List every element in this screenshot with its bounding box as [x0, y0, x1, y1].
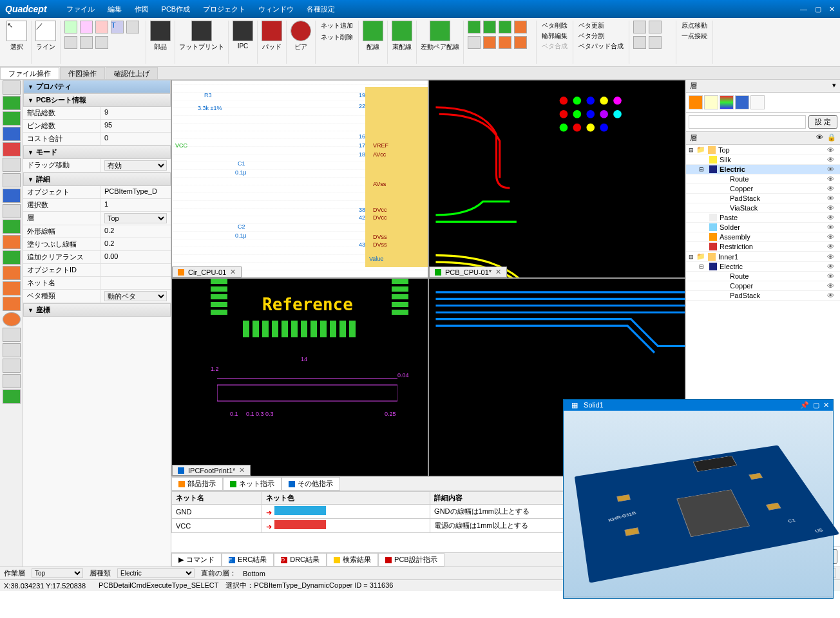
- route-opt6-icon[interactable]: [483, 36, 496, 49]
- drag-mode-select[interactable]: 有効: [104, 160, 167, 171]
- shape-image-icon[interactable]: [95, 36, 108, 49]
- tab-net-instruct[interactable]: ネット指示: [223, 477, 282, 491]
- close-icon[interactable]: ✕: [823, 401, 829, 409]
- net-add-button[interactable]: ネット追加: [320, 21, 354, 31]
- pcb-viewport[interactable]: PCB_CPU-01*✕: [428, 80, 685, 278]
- layer-item[interactable]: Copper👁: [686, 184, 840, 194]
- maximize-icon[interactable]: ▢: [813, 401, 819, 409]
- minimize-icon[interactable]: —: [800, 5, 807, 14]
- shape-hatch-icon[interactable]: [80, 36, 93, 49]
- footprint-icon[interactable]: [191, 21, 212, 41]
- layer-item[interactable]: ⊟Electric👁: [686, 262, 840, 272]
- worklayer-select[interactable]: Top: [32, 568, 83, 578]
- tab-drc[interactable]: DDRC結果: [274, 553, 327, 566]
- shape-text-icon[interactable]: T: [111, 21, 124, 33]
- one-point-button[interactable]: 一点接続: [680, 31, 709, 41]
- close-tab-icon[interactable]: ✕: [239, 466, 245, 474]
- lt-circle-icon[interactable]: [3, 312, 21, 326]
- outline-edit-button[interactable]: 輪郭編集: [540, 31, 569, 41]
- lt-save-icon[interactable]: [3, 127, 21, 141]
- tab-erc[interactable]: EERC結果: [222, 553, 274, 566]
- route-opt3-icon[interactable]: [499, 21, 511, 33]
- lt-gear2-icon[interactable]: [3, 204, 21, 218]
- shape-circle-icon[interactable]: [64, 21, 77, 33]
- lt-rule3-icon[interactable]: [3, 359, 21, 373]
- route-opt2-icon[interactable]: [483, 21, 496, 33]
- dim-icon1[interactable]: [633, 21, 646, 33]
- section-pcbsheet[interactable]: PCBシート情報: [23, 93, 171, 107]
- layer-select[interactable]: Top: [104, 213, 167, 223]
- lt-misc-icon[interactable]: [3, 389, 21, 404]
- shape-fill-icon[interactable]: [64, 36, 77, 49]
- schematic-viewport[interactable]: R3 3.3k ±1% VCC C1 0.1μ C2 0.1μ VREF AVc…: [171, 80, 428, 278]
- menu-draw[interactable]: 作図: [128, 2, 155, 17]
- diffpair-icon[interactable]: [430, 21, 450, 41]
- ipc-icon[interactable]: [233, 21, 253, 41]
- close-tab-icon[interactable]: ✕: [495, 268, 501, 276]
- layer-item[interactable]: Route👁: [686, 174, 840, 184]
- dim-icon3[interactable]: [633, 36, 646, 49]
- lt-layer3-icon[interactable]: [3, 250, 21, 265]
- lt-forward-icon[interactable]: [3, 111, 21, 126]
- menu-pcb[interactable]: PCB作成: [155, 2, 197, 17]
- beta-pad-button[interactable]: ベタパッド合成: [577, 41, 625, 52]
- dim-icon4[interactable]: [649, 36, 662, 49]
- tab-search[interactable]: 検索結果: [327, 553, 378, 566]
- tab-part-instruct[interactable]: 部品指示: [171, 477, 223, 491]
- dim-icon2[interactable]: [649, 21, 662, 33]
- tab-other-instruct[interactable]: その他指示: [282, 477, 340, 491]
- 3d-view-window[interactable]: ▦ Solid1 📌 ▢ ✕ KHR-031B U5 C1: [563, 399, 834, 599]
- layer-tb-list-icon[interactable]: [704, 95, 718, 109]
- beta-del-button[interactable]: ベタ削除: [540, 21, 569, 31]
- lt-zoomin-icon[interactable]: [3, 158, 21, 172]
- lock-icon[interactable]: 🔒: [827, 133, 836, 143]
- eye-icon[interactable]: 👁: [816, 133, 823, 143]
- menu-file[interactable]: ファイル: [60, 2, 101, 17]
- layer-item[interactable]: ⊟Electric👁: [686, 165, 840, 174]
- route-opt8-icon[interactable]: [514, 36, 527, 49]
- beta-merge-button[interactable]: ベタ合成: [540, 41, 569, 52]
- layer-item[interactable]: ⊟📁Inner1👁: [686, 252, 840, 262]
- layertype-select[interactable]: Electric: [117, 568, 195, 578]
- line-tool-icon[interactable]: ／: [35, 21, 56, 41]
- tab-finish[interactable]: 確認仕上げ: [106, 67, 158, 79]
- section-detail[interactable]: 詳細: [23, 173, 171, 186]
- lt-back-icon[interactable]: [3, 96, 21, 110]
- menu-window[interactable]: ウィンドウ: [252, 2, 300, 17]
- beta-type-select[interactable]: 動的ベタ: [104, 291, 167, 301]
- net-del-button[interactable]: ネット削除: [320, 32, 354, 42]
- layer-item[interactable]: Route👁: [686, 272, 840, 281]
- lt-select-icon[interactable]: [3, 80, 21, 95]
- panel-menu-icon[interactable]: ▾: [832, 81, 836, 91]
- menu-project[interactable]: プロジェクト: [196, 2, 252, 17]
- via-icon[interactable]: [291, 21, 311, 41]
- footprint-viewport[interactable]: Reference 1.2 14 0.04 0.1 0.1 0.3 0.3 0.…: [171, 278, 428, 476]
- route-icon[interactable]: [363, 21, 383, 41]
- layer-item[interactable]: PadStack👁: [686, 291, 840, 301]
- lt-hatch-icon[interactable]: [3, 297, 21, 311]
- lt-layer2-icon[interactable]: [3, 235, 21, 249]
- pad-icon[interactable]: [262, 21, 282, 41]
- shape-arc-icon[interactable]: [80, 21, 93, 33]
- layer-item[interactable]: Solder👁: [686, 223, 840, 232]
- lt-layer1-icon[interactable]: [3, 220, 21, 234]
- pin-icon[interactable]: 📌: [800, 401, 809, 409]
- section-mode[interactable]: モード: [23, 145, 171, 159]
- layer-item[interactable]: ViaStack👁: [686, 203, 840, 213]
- layer-tb-prj-icon[interactable]: [689, 95, 703, 109]
- layer-tb-grid-icon[interactable]: [750, 95, 765, 109]
- layer-tb-stack-icon[interactable]: [720, 95, 734, 109]
- menu-settings[interactable]: 各種設定: [300, 2, 341, 17]
- route-opt7-icon[interactable]: [499, 36, 511, 49]
- route-opt4-icon[interactable]: [514, 21, 527, 33]
- select-tool-icon[interactable]: ↖: [6, 21, 27, 41]
- section-coord[interactable]: 座標: [23, 303, 171, 317]
- tab-draw-ops[interactable]: 作図操作: [60, 67, 105, 79]
- menu-edit[interactable]: 編集: [101, 2, 128, 17]
- tab-pcb-instruct[interactable]: PCB設計指示: [378, 553, 444, 566]
- close-tab-icon[interactable]: ✕: [230, 268, 236, 276]
- part-icon[interactable]: [150, 21, 171, 41]
- route-opt1-icon[interactable]: [468, 21, 481, 33]
- lt-zoomout-icon[interactable]: [3, 173, 21, 187]
- maximize-icon[interactable]: ▢: [815, 5, 821, 14]
